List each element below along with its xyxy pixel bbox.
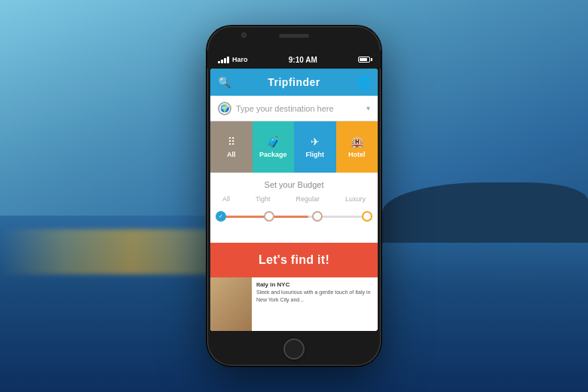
bottom-preview: Italy in NYC Sleek and luxurious with a …	[210, 277, 378, 331]
slider-dot-end[interactable]	[362, 211, 372, 222]
signal-bar-2	[221, 60, 223, 63]
status-right	[358, 57, 370, 63]
preview-text-area: Italy in NYC Sleek and luxurious with a …	[252, 277, 378, 331]
carrier-name: Haro	[232, 56, 248, 63]
tab-all[interactable]: ⠿ All	[210, 121, 253, 173]
signal-bar-3	[224, 58, 226, 63]
budget-slider[interactable]	[221, 207, 367, 225]
tab-hotel[interactable]: 🏨 Hotel	[336, 121, 378, 173]
budget-labels: All Tight Regular Luxury	[221, 195, 367, 203]
phone-camera	[241, 32, 247, 38]
cta-button[interactable]: Let's find it!	[210, 243, 378, 277]
globe-nav-icon[interactable]: 🌐	[357, 76, 370, 88]
tab-all-label: All	[227, 151, 236, 158]
budget-label-luxury: Luxury	[345, 195, 366, 203]
signal-bar-1	[218, 61, 220, 63]
destination-input[interactable]: Type your destination here	[236, 104, 362, 113]
tab-hotel-label: Hotel	[348, 151, 366, 158]
preview-thumbnail	[210, 277, 252, 331]
phone-frame: Haro 9:10 AM 🔍 Tripfinder 🌐 🌍 Type your …	[207, 26, 381, 366]
destination-globe-icon: 🌍	[218, 102, 231, 115]
budget-label-regular: Regular	[296, 195, 320, 203]
app-title: Tripfinder	[268, 76, 320, 88]
package-icon: 🧳	[267, 136, 280, 148]
tab-package[interactable]: 🧳 Package	[253, 121, 295, 173]
budget-title: Set your Budget	[221, 180, 367, 189]
phone-screen: 🔍 Tripfinder 🌐 🌍 Type your destination h…	[210, 69, 378, 331]
tab-package-label: Package	[259, 151, 287, 158]
battery-icon	[358, 57, 370, 63]
slider-dot-2[interactable]	[312, 211, 323, 222]
budget-label-all: All	[222, 195, 230, 203]
tab-flight-label: Flight	[306, 151, 325, 158]
battery-fill	[360, 58, 367, 61]
search-icon[interactable]: 🔍	[218, 76, 231, 88]
all-icon: ⠿	[228, 136, 235, 148]
chevron-down-icon: ▾	[366, 104, 370, 112]
preview-title: Italy in NYC	[256, 280, 373, 289]
flight-icon: ✈	[311, 136, 320, 148]
tab-flight[interactable]: ✈ Flight	[294, 121, 336, 173]
budget-section: Set your Budget All Tight Regular Luxury	[210, 173, 378, 243]
signal-bar-4	[227, 57, 229, 63]
slider-dot-1[interactable]	[264, 211, 274, 222]
phone-notch	[207, 26, 381, 51]
slider-dot-start[interactable]	[216, 211, 226, 222]
budget-label-tight: Tight	[256, 195, 271, 203]
phone-home-button[interactable]	[283, 338, 305, 360]
signal-strength: Haro	[218, 56, 248, 63]
hotel-icon: 🏨	[351, 136, 363, 148]
phone-speaker	[279, 34, 309, 38]
search-bar[interactable]: 🌍 Type your destination here ▾	[210, 96, 378, 121]
status-time: 9:10 AM	[289, 56, 317, 64]
category-tabs: ⠿ All 🧳 Package ✈ Flight 🏨 Hotel	[210, 121, 378, 173]
status-bar: Haro 9:10 AM	[207, 51, 381, 69]
preview-description: Sleek and luxurious with a gentle touch …	[256, 289, 373, 304]
bg-hill	[382, 182, 588, 243]
app-header: 🔍 Tripfinder 🌐	[210, 69, 378, 96]
cta-label: Let's find it!	[259, 253, 329, 267]
